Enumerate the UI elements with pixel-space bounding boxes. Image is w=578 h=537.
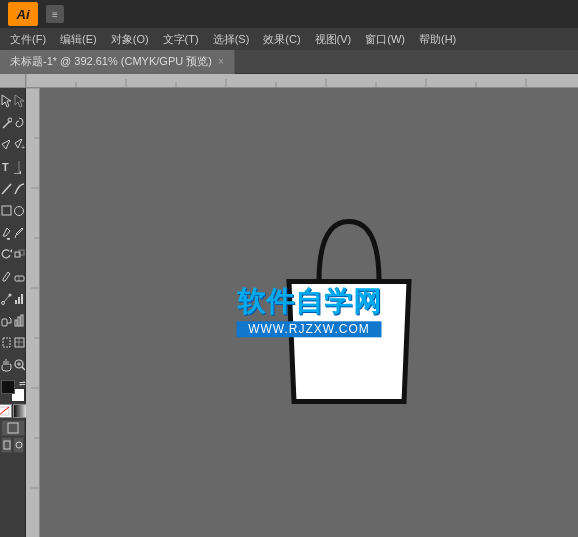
svg-line-2	[3, 121, 10, 128]
tool-row-pen: +	[0, 134, 26, 156]
menu-object[interactable]: 对象(O)	[105, 30, 155, 49]
vertical-type-tool[interactable]: T	[13, 156, 26, 178]
artboard-tool[interactable]	[0, 332, 13, 354]
svg-marker-0	[2, 95, 11, 107]
svg-point-17	[1, 302, 4, 305]
draw-normal-icon[interactable]	[1, 437, 12, 453]
menu-type[interactable]: 文字(T)	[157, 30, 205, 49]
shopping-bag-illustration	[249, 201, 449, 424]
title-icon: ≡	[46, 5, 64, 23]
normal-screen-mode[interactable]	[1, 420, 25, 436]
zoom-tool[interactable]	[13, 354, 26, 376]
svg-rect-14	[19, 250, 24, 255]
svg-rect-37	[8, 423, 18, 433]
menu-help[interactable]: 帮助(H)	[413, 30, 462, 49]
tool-row-pencil	[0, 266, 26, 288]
tab-close-button[interactable]: ×	[218, 56, 224, 67]
document-tab[interactable]: 未标题-1* @ 392.61% (CMYK/GPU 预览) ×	[0, 50, 235, 74]
scale-tool[interactable]	[13, 244, 26, 266]
magic-wand-tool[interactable]	[0, 112, 13, 134]
symbol-sprayer-tool[interactable]	[0, 310, 13, 332]
vertical-ruler	[26, 88, 40, 537]
left-toolbar: + T T	[0, 74, 26, 537]
ruler-corner	[0, 74, 26, 88]
svg-rect-28	[15, 338, 24, 347]
svg-point-18	[8, 294, 11, 297]
svg-point-3	[8, 118, 12, 122]
canvas-content: 软件自学网 WWW.RJZXW.COM	[40, 88, 578, 537]
menu-file[interactable]: 文件(F)	[4, 30, 52, 49]
paint-bucket-tool[interactable]	[0, 222, 13, 244]
gradient-icon[interactable]	[13, 404, 26, 418]
hand-tool[interactable]	[0, 354, 13, 376]
main-layout: + T T	[0, 74, 578, 537]
svg-line-11	[15, 235, 16, 238]
eraser-tool[interactable]	[13, 266, 26, 288]
tool-row-symbol	[0, 310, 26, 332]
add-anchor-tool[interactable]: +	[13, 134, 26, 156]
svg-marker-12	[10, 249, 12, 253]
blend-tool[interactable]	[0, 288, 13, 310]
svg-rect-25	[18, 317, 20, 326]
line-tool[interactable]	[0, 178, 13, 200]
svg-rect-27	[3, 338, 10, 347]
tool-row-line	[0, 178, 26, 200]
pen-tool[interactable]	[0, 134, 13, 156]
chart-tool[interactable]	[13, 310, 26, 332]
rectangle-tool[interactable]	[0, 200, 13, 222]
tab-title: 未标题-1* @ 392.61% (CMYK/GPU 预览)	[10, 54, 212, 69]
slice-tool[interactable]	[13, 332, 26, 354]
tool-row-selection	[0, 90, 26, 112]
svg-rect-26	[21, 315, 23, 326]
menu-effect[interactable]: 效果(C)	[257, 30, 306, 49]
svg-rect-23	[2, 319, 7, 326]
tool-row-type: T T	[0, 156, 26, 178]
tool-row-paint	[0, 222, 26, 244]
svg-rect-24	[15, 320, 17, 326]
svg-rect-22	[21, 294, 23, 304]
canvas-area[interactable]: 软件自学网 WWW.RJZXW.COM	[40, 88, 578, 537]
selection-tool[interactable]	[0, 90, 13, 112]
eyedropper-tool[interactable]	[13, 222, 26, 244]
swap-colors-icon[interactable]: ⇌	[19, 379, 26, 388]
type-tool[interactable]: T	[0, 156, 13, 178]
canvas-row: 软件自学网 WWW.RJZXW.COM	[26, 88, 578, 537]
svg-rect-38	[4, 441, 10, 449]
fg-color-box[interactable]	[1, 380, 15, 394]
horizontal-ruler	[26, 74, 578, 88]
menu-view[interactable]: 视图(V)	[309, 30, 358, 49]
tool-row-shapes	[0, 200, 26, 222]
direct-selection-tool[interactable]	[13, 90, 26, 112]
svg-point-10	[14, 207, 23, 216]
svg-point-31	[15, 360, 23, 368]
svg-rect-21	[18, 297, 20, 304]
fg-bg-color-selector[interactable]: ⇌	[1, 380, 25, 402]
ellipse-tool[interactable]	[13, 200, 26, 222]
svg-rect-40	[26, 74, 578, 88]
svg-line-19	[4, 296, 9, 302]
svg-text:T: T	[2, 161, 9, 173]
menu-bar: 文件(F) 编辑(E) 对象(O) 文字(T) 选择(S) 效果(C) 视图(V…	[0, 28, 578, 50]
svg-text:+: +	[21, 144, 25, 151]
svg-rect-9	[2, 206, 11, 215]
title-bar: Ai ≡	[0, 0, 578, 28]
menu-window[interactable]: 窗口(W)	[359, 30, 411, 49]
tools-container: + T T	[0, 88, 26, 537]
no-stroke-icon[interactable]	[0, 404, 12, 418]
arc-tool[interactable]	[13, 178, 26, 200]
draw-mode-row	[1, 437, 24, 453]
svg-text:T: T	[14, 171, 22, 174]
color-section: ⇌	[0, 380, 26, 418]
svg-line-32	[22, 367, 25, 370]
pencil-tool[interactable]	[0, 266, 13, 288]
draw-behind-icon[interactable]	[13, 437, 24, 453]
change-screen-mode-row	[1, 420, 25, 436]
rotate-tool[interactable]	[0, 244, 13, 266]
lasso-tool[interactable]	[13, 112, 26, 134]
column-graph-tool[interactable]	[13, 288, 26, 310]
menu-edit[interactable]: 编辑(E)	[54, 30, 103, 49]
svg-point-39	[16, 442, 22, 448]
svg-marker-1	[15, 95, 24, 107]
menu-select[interactable]: 选择(S)	[207, 30, 256, 49]
svg-rect-13	[15, 252, 20, 257]
